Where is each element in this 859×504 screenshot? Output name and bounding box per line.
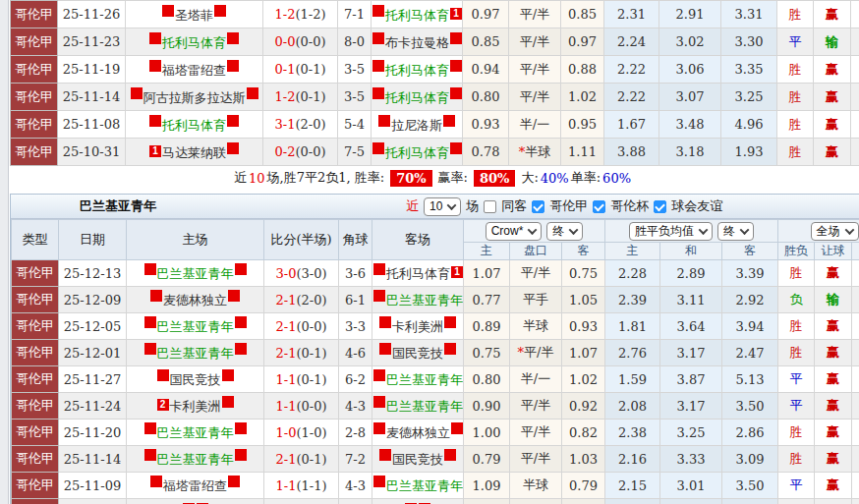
match-row: 哥伦甲 25-11-24 2卡利美洲 1-1(0-0) 4-3 巴兰基亚青年 0… (12, 393, 859, 420)
handicap-value: 半球 (523, 477, 548, 492)
fulltime-score: 3-0 (275, 266, 296, 281)
score-cell: 0-0(0-0) (263, 28, 338, 56)
handicap-result-value: 赢 (826, 89, 838, 104)
subcol-euro-draw: 和 (660, 243, 722, 260)
rank-badge (149, 32, 161, 44)
handicap-value: 平/半 (521, 424, 550, 439)
goals-cell (851, 56, 859, 84)
home-team-name: 麦德林独立 (163, 293, 227, 308)
match-row: 哥伦甲 25-11-08 托利马体育 3-1(2-0) 5-4 拉尼洛斯 0.9… (11, 111, 859, 139)
fulltime-score: 3-1 (274, 117, 295, 132)
match-row: 哥伦甲 25-11-19 福塔雷绍查 0-1(0-1) 3-5 托利马体育 0.… (11, 56, 859, 84)
away-team-name: 托利马体育 (385, 8, 449, 23)
handicap-result-value: 赢 (827, 265, 839, 280)
goals-cell (852, 287, 859, 313)
col-type-header: 类型 (12, 220, 59, 260)
corner-cell: 3-5 (338, 84, 372, 111)
halftime-score: (3-0) (296, 266, 326, 281)
result-value: 胜 (790, 345, 803, 360)
match-scope-select[interactable]: 全场 (811, 222, 859, 241)
handicap-result-value: 赢 (827, 371, 839, 386)
handicap-result-value: 赢 (826, 62, 838, 77)
rank-badge (451, 422, 463, 434)
cup-checkbox[interactable] (593, 200, 605, 213)
handicap-result-value: 输 (826, 34, 838, 49)
fulltime-score: 2-1 (275, 452, 296, 467)
away-team-cell: 拉尼洛斯 (372, 111, 463, 139)
rank-badge (444, 449, 456, 461)
draw-odds-cell: 3.01 (660, 473, 722, 499)
home-win-odds-cell: 1.67 (604, 111, 659, 139)
home-win-odds-cell: 1.81 (605, 313, 660, 340)
rank-badge (227, 32, 239, 44)
league-cell: 哥伦甲 (12, 393, 59, 420)
score-cell: 3-0(3-0) (264, 260, 339, 287)
corner-cell (339, 499, 372, 504)
team2-section: 巴兰基亚青年 近 10 场 同客 哥伦甲 哥伦杯 球会友谊 (10, 194, 859, 504)
handicap-cell: *平/半 (510, 340, 562, 366)
home-team-name: 巴兰基亚青年 (157, 266, 234, 281)
handicap-value: 平/半 (520, 62, 549, 77)
corner-cell: 7-5 (338, 139, 372, 166)
home-team-cell: 麦德林独立 (127, 287, 264, 313)
euro-final-select[interactable]: 终 (717, 222, 754, 241)
score-cell (264, 499, 339, 504)
odds-company-select[interactable]: Crow* (486, 222, 543, 241)
rank-badge (372, 142, 384, 154)
away-team-cell: 国民竞技 (372, 446, 464, 473)
handicap-cell: 半球 (510, 473, 562, 499)
match-row: 哥伦甲 25-12-05 巴兰基亚青年 2-1(0-0) 3-3 卡利美洲 0.… (12, 313, 859, 340)
home-team-cell: 阿古拉斯多拉达斯 (126, 84, 263, 111)
draw-odds-cell: 2.89 (660, 260, 722, 287)
home-team-name: 马达莱纳联 (162, 145, 226, 160)
rank-badge (372, 60, 384, 72)
away-team-cell: 托利马体育1 (372, 1, 463, 28)
handicap-result-cell: 赢 (815, 313, 852, 340)
halftime-score: (0-0) (296, 399, 326, 414)
let-rate-label: 赢率: (438, 169, 468, 187)
odds-company-value: Crow* (491, 224, 524, 238)
handicap-cell: 平/半 (509, 28, 561, 56)
away-team-name: 巴兰基亚青年 (386, 478, 463, 493)
handicap-value: 平/半 (520, 34, 549, 49)
draw-odds-cell: 3.07 (659, 84, 721, 111)
odds-average-select[interactable]: 胜平负均值 (629, 222, 713, 241)
same-away-checkbox[interactable] (484, 200, 496, 213)
rank-badge (235, 343, 247, 355)
handicap-result-value: 赢 (826, 144, 838, 159)
away-win-odds-cell: 2.86 (722, 420, 778, 446)
result-cell: 胜 (778, 313, 815, 340)
away-team-cell: 托利马体育 (372, 84, 463, 111)
handicap-result-value: 赢 (827, 318, 839, 333)
rank-badge (379, 449, 391, 461)
draw-odds-cell: 2.91 (659, 1, 721, 28)
handicap-final-select[interactable]: 终 (546, 222, 583, 241)
handicap-value: 平/半 (520, 89, 549, 104)
corner-cell: 5-4 (338, 111, 372, 139)
rank-badge (450, 60, 462, 72)
away-win-odds-cell: 3.35 (721, 56, 777, 84)
fulltime-score: 0-1 (274, 62, 295, 77)
halftime-score: (0-0) (295, 144, 325, 159)
fulltime-score: 1-1 (275, 399, 296, 414)
handicap-away-odds-cell: 1.03 (562, 446, 605, 473)
handicap-cell: 平/半 (510, 420, 562, 446)
away-team-name: 国民竞技 (392, 346, 443, 361)
league-checkbox[interactable] (532, 200, 544, 213)
handicap-result-cell: 赢 (815, 446, 852, 473)
handicap-result-cell: 赢 (815, 340, 852, 366)
friendly-checkbox[interactable] (654, 200, 666, 213)
handicap-value: 半/一 (521, 371, 550, 386)
handicap-result-cell: 赢 (815, 420, 852, 446)
date-cell: 25-12-05 (59, 313, 127, 340)
handicap-result-cell: 赢 (814, 56, 851, 84)
match-count-select[interactable]: 10 (424, 197, 461, 216)
draw-odds-cell (660, 499, 722, 504)
rank-badge (372, 87, 384, 99)
handicap-away-odds-cell: 1.02 (562, 366, 605, 393)
rank-badge (144, 422, 156, 434)
fulltime-score: 0-0 (274, 34, 295, 49)
draw-odds-cell: 3.17 (660, 340, 722, 366)
rank-badge (150, 476, 162, 487)
league-cell: 哥伦甲 (12, 260, 59, 287)
